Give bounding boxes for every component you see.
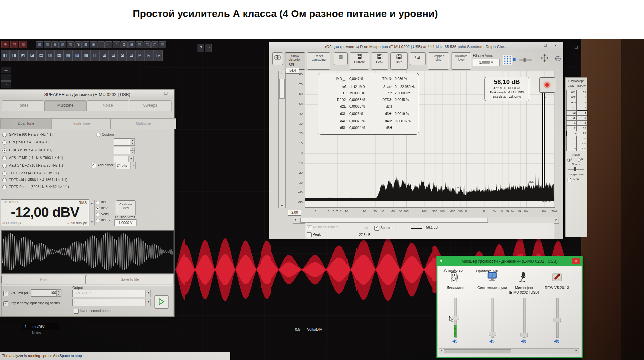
custom-freq-spinner-1[interactable]: ▲ <box>130 147 135 151</box>
custom-freq-field-0[interactable] <box>114 138 130 146</box>
generator-play-button[interactable] <box>154 295 169 309</box>
vdiv-option-2[interactable]: 2 <box>566 126 577 131</box>
preset-label-3[interactable]: AES-17 MD (41 Hz & 7993 Hz 4:1) <box>9 156 63 160</box>
vdiv-option-002[interactable]: 002 <box>566 95 577 100</box>
preset-radio-6[interactable] <box>2 178 7 182</box>
scroll-down-icon[interactable]: ▼ <box>279 204 285 207</box>
parent-window-minimize[interactable]: — <box>567 45 571 49</box>
custom-freq-field-1[interactable] <box>114 147 130 154</box>
scroll-up-icon[interactable]: ▲ <box>279 72 285 75</box>
toolbar-row1-icon-16[interactable]: ◳ <box>159 41 166 48</box>
spectrum-checkbox[interactable] <box>374 226 379 231</box>
toolbar-row2-icon-16[interactable]: ◱ <box>145 50 154 61</box>
horizontal-scrollbar[interactable]: ◄► <box>293 217 559 224</box>
unit-radio-dbu[interactable] <box>96 201 100 205</box>
tab-tones[interactable]: Tones <box>2 100 44 111</box>
chevron-down-icon[interactable]: ▾ <box>128 156 133 163</box>
microphone-icon[interactable] <box>518 272 530 284</box>
toolbar-row2-icon-9[interactable]: ▩ <box>82 50 91 61</box>
vdiv-option-005[interactable]: 005 <box>566 100 577 105</box>
toolbar-row1-icon-8[interactable]: ◻ <box>97 41 105 48</box>
toolbar-row2-icon-14[interactable]: ⊡ <box>127 50 136 61</box>
tab-noise[interactable]: Noise <box>86 100 129 111</box>
dither-bits-combo[interactable]: 24 bits▾ <box>115 162 136 169</box>
vdiv-option-05[interactable]: 05 <box>566 115 577 121</box>
toolbar-row2-icon-11[interactable]: ⊞ <box>100 50 109 61</box>
scroll-left-icon[interactable]: ◄ <box>294 218 297 221</box>
app-icon-1[interactable]: ▤ <box>10 41 18 48</box>
subtab-triple-tone[interactable]: Triple Tone <box>52 118 110 129</box>
scrollbar-thumb[interactable] <box>444 349 511 353</box>
trigger-left-radio[interactable] <box>567 158 571 162</box>
toolbar-row1-icon-10[interactable]: ▯ <box>113 41 120 48</box>
invert-output-checkbox[interactable] <box>74 309 79 314</box>
toolbar-row2-icon-10[interactable]: ◫ <box>91 50 100 61</box>
side-icon-0[interactable]: ▬ <box>1 67 11 73</box>
msdiv-option-5[interactable]: 5 <box>577 120 587 126</box>
toolbar-row1-icon-14[interactable]: ◱ <box>143 41 151 48</box>
toolbar-row1-icon-7[interactable]: ▣ <box>90 41 97 48</box>
stop-clipping-checkbox[interactable] <box>3 301 8 306</box>
subtab-dual-tone[interactable]: Dual Tone <box>0 118 52 129</box>
toolbar-row1-icon-12[interactable]: ▩ <box>128 41 135 48</box>
peak-checkbox[interactable] <box>307 232 312 237</box>
toolbar-row2-icon-8[interactable]: ▨ <box>73 50 82 61</box>
vdiv-option-1[interactable]: 1 <box>566 120 577 126</box>
unit-radio-volts[interactable] <box>96 213 100 217</box>
volume-slider-handle-1[interactable] <box>489 332 496 336</box>
preset-radio-1[interactable] <box>2 140 7 145</box>
volume-slider-handle-2[interactable] <box>521 333 528 337</box>
toolbar-row2-icon-12[interactable]: ⊟ <box>109 50 118 61</box>
mute-speaker-button-2[interactable] <box>521 339 527 344</box>
trigger-slider-handle[interactable] <box>574 167 576 171</box>
preset-label-4[interactable]: AES-17 DFD (18 kHz & 20 kHz 1:1) <box>9 163 64 167</box>
msdiv-option-2[interactable]: 2 <box>577 100 587 105</box>
record-button[interactable] <box>539 77 555 93</box>
spinner-down-icon[interactable]: ▼ <box>89 221 94 224</box>
toolbar-row1-icon-13[interactable]: ◰ <box>136 41 143 48</box>
toolbar-row2-icon-17[interactable]: ◲ <box>154 50 163 61</box>
help-button[interactable]: ? <box>198 44 204 52</box>
spl-spinner-down[interactable]: ▼ <box>56 293 61 297</box>
play-button[interactable]: Play <box>1 275 86 284</box>
preset-label-2[interactable]: CCIF (19 kHz & 20 kHz 1:1) <box>9 148 52 152</box>
mute-speaker-button-0[interactable] <box>452 339 458 344</box>
chevron-down-icon[interactable]: ▾ <box>145 299 150 306</box>
add-dither-checkbox[interactable] <box>91 163 96 168</box>
toolbar-row2-icon-7[interactable]: ▧ <box>64 50 73 61</box>
scroll-left-icon[interactable]: ◄ <box>440 349 443 352</box>
scrollbar-thumb[interactable] <box>300 218 488 223</box>
volume-slider-handle-3[interactable] <box>554 318 561 322</box>
unit-radio-dbv[interactable] <box>96 207 100 211</box>
msdiv-option-200[interactable]: 200 <box>577 146 587 151</box>
msdiv-option-2[interactable]: 2 <box>577 115 587 121</box>
toolbar-row1-icon-4[interactable]: ◫ <box>67 41 74 48</box>
tab-multitone[interactable]: Multitone <box>44 100 87 111</box>
spinner-up-icon[interactable]: ▲ <box>89 202 94 205</box>
subtab-multitone[interactable]: Multitone <box>110 118 176 129</box>
save-to-file-button[interactable]: Save to file <box>86 275 174 284</box>
scroll-right-icon[interactable]: ► <box>575 349 578 352</box>
toolbar-row1-icon-5[interactable]: ◨ <box>74 41 82 48</box>
app-icon-0[interactable]: ▣ <box>1 41 9 48</box>
side-icon-2[interactable]: ▪ <box>1 81 11 88</box>
msdiv-option-100[interactable]: 100 <box>577 141 587 146</box>
toolbar-row2-icon-2[interactable]: ◩ <box>19 50 28 61</box>
preset-radio-4[interactable] <box>2 164 7 168</box>
msdiv-option-20[interactable]: 20 <box>577 131 587 136</box>
toolbar-row2-icon-13[interactable]: ⊠ <box>118 50 127 61</box>
custom-radio[interactable] <box>96 133 100 137</box>
toolbar-row2-icon-5[interactable]: ▥ <box>46 50 55 61</box>
preset-radio-3[interactable] <box>2 156 7 160</box>
msdiv-option-1[interactable]: 1 <box>577 95 587 100</box>
scrollbar-thumb[interactable] <box>279 79 285 99</box>
msdiv-option-5[interactable]: 5 <box>577 105 587 110</box>
custom-freq-spinner-dn-1[interactable]: ▼ <box>130 151 135 154</box>
calibrate-level-button[interactable]: Calibratelevel <box>116 200 136 215</box>
mute-speaker-button-1[interactable] <box>489 339 495 344</box>
preset-label-1[interactable]: DIN (250 Hz & 8 kHz 4:1) <box>9 140 48 144</box>
trigger-right-radio[interactable] <box>577 158 581 162</box>
vdiv-option-001[interactable]: 001 <box>566 90 577 95</box>
rew-app-icon[interactable] <box>551 272 563 284</box>
preset-radio-5[interactable] <box>2 171 7 176</box>
